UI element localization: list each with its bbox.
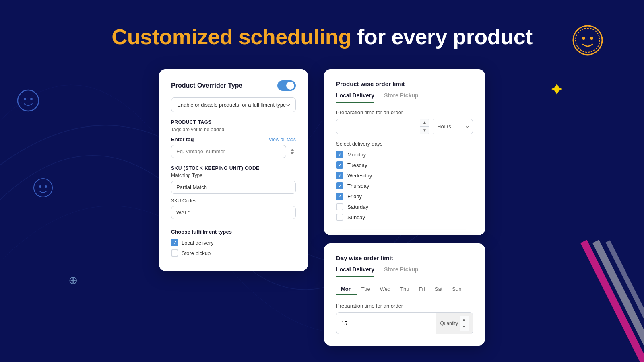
tuesday-checkbox[interactable] — [336, 161, 343, 169]
sku-codes-input[interactable] — [171, 206, 296, 219]
view-all-tags-link[interactable]: View all tags — [269, 137, 296, 142]
toggle-switch[interactable] — [277, 80, 296, 91]
day-nav-fri[interactable]: Fri — [414, 284, 430, 295]
day-nav-wed[interactable]: Wed — [375, 284, 396, 295]
matching-type-label: Matching Type — [171, 173, 296, 178]
quantity-spinner: ▲ ▼ — [460, 316, 469, 331]
day-nav-sun[interactable]: Sun — [447, 284, 466, 295]
local-delivery-checkbox[interactable] — [171, 239, 178, 246]
day-nav-thu[interactable]: Thu — [395, 284, 414, 295]
unit-select-pw[interactable]: Hours Minutes Days — [433, 119, 473, 134]
quantity-spinner-down[interactable]: ▼ — [460, 323, 469, 331]
right-column: Product wise order limit Local Delivery … — [324, 69, 485, 346]
prep-label-dw: Preparation time for an order — [336, 303, 473, 309]
day-nav-tue[interactable]: Tue — [357, 284, 375, 295]
tags-sub-label: Tags are yet to be added. — [171, 127, 296, 132]
quantity-spinner-up[interactable]: ▲ — [460, 316, 469, 323]
monday-label: Monday — [347, 152, 366, 158]
product-overrider-card: Product Overrider Type Enable or disable… — [159, 69, 308, 271]
spinner-up-pw[interactable]: ▲ — [420, 119, 429, 127]
partial-match-input[interactable] — [171, 181, 296, 194]
store-pickup-label: Store pickup — [182, 250, 211, 256]
overrider-title: Product Overrider Type — [171, 82, 243, 89]
saturday-checkbox[interactable] — [336, 203, 343, 210]
local-delivery-label: Local delivery — [182, 240, 214, 246]
friday-label: Friday — [347, 193, 362, 200]
product-wise-tabs: Local Delivery Store Pickup — [336, 92, 473, 103]
store-pickup-checkbox[interactable] — [171, 249, 178, 257]
spinner-down-pw[interactable]: ▼ — [420, 127, 429, 134]
friday-checkbox[interactable] — [336, 193, 343, 200]
sku-label: SKU (STOCK KEEPING UNIT) CODE — [171, 165, 296, 171]
store-pickup-checkbox-row: Store pickup — [171, 249, 296, 257]
day-thursday: Thursday — [336, 182, 473, 189]
day-wise-title: Day wise order limit — [336, 255, 473, 261]
day-friday: Friday — [336, 193, 473, 200]
wednesday-checkbox[interactable] — [336, 172, 343, 179]
monday-checkbox[interactable] — [336, 151, 343, 158]
saturday-label: Saturday — [347, 204, 368, 210]
tag-input-row-field — [171, 145, 296, 158]
thursday-label: Thursday — [347, 183, 369, 189]
tab-store-pickup-pw[interactable]: Store Pickup — [384, 92, 419, 103]
spinner-btns-pw: ▲ ▼ — [420, 119, 429, 134]
tab-local-delivery-dw[interactable]: Local Delivery — [336, 266, 374, 277]
sunday-label: Sunday — [347, 214, 365, 220]
prep-number-input-pw: ▲ ▼ — [336, 119, 429, 134]
headline-accent: Customized scheduling — [111, 25, 351, 49]
day-nav-mon[interactable]: Mon — [336, 284, 357, 295]
enter-tag-label: Enter tag — [171, 136, 194, 142]
day-tuesday: Tuesday — [336, 161, 473, 169]
tag-input[interactable] — [171, 145, 286, 158]
wednesday-label: Wedesday — [347, 173, 372, 179]
sku-codes-label: SKU Codes — [171, 198, 296, 204]
card-header: Product Overrider Type — [171, 80, 296, 91]
day-wednesday: Wedesday — [336, 172, 473, 179]
page-headline: Customized scheduling for every product — [111, 24, 533, 49]
tuesday-label: Tuesday — [347, 162, 367, 168]
day-nav-sat[interactable]: Sat — [430, 284, 448, 295]
quantity-label-box: Quantity ▲ ▼ — [436, 313, 473, 334]
quantity-value-input[interactable] — [336, 317, 436, 329]
prep-input-row-pw: ▲ ▼ Hours Minutes Days — [336, 119, 473, 134]
product-wise-card: Product wise order limit Local Delivery … — [324, 69, 485, 235]
thursday-checkbox[interactable] — [336, 182, 343, 189]
fulfillment-type-select[interactable]: Enable or disable products for a fulfill… — [171, 97, 296, 112]
day-saturday: Saturday — [336, 203, 473, 210]
day-wise-card: Day wise order limit Local Delivery Stor… — [324, 243, 485, 346]
tab-local-delivery-pw[interactable]: Local Delivery — [336, 92, 374, 103]
quantity-label: Quantity — [440, 321, 458, 326]
product-wise-title: Product wise order limit — [336, 80, 473, 87]
quantity-input-row: Quantity ▲ ▼ — [336, 312, 473, 334]
main-content: Customized scheduling for every product … — [0, 0, 644, 346]
day-monday: Monday — [336, 151, 473, 158]
day-nav: Mon Tue Wed Thu Fri Sat Sun — [336, 284, 473, 295]
day-wise-tabs: Local Delivery Store Pickup — [336, 266, 473, 277]
fulfillment-types-label: Choose fulfillment types — [171, 229, 296, 235]
tag-input-row: Enter tag View all tags — [171, 136, 296, 142]
product-tags-label: PRODUCT TAGS — [171, 119, 296, 125]
sunday-checkbox[interactable] — [336, 214, 343, 221]
tag-arrow-btn[interactable] — [289, 147, 296, 156]
local-delivery-checkbox-row: Local delivery — [171, 239, 296, 246]
prep-time-label-pw: Preparation time for an order — [336, 109, 473, 115]
cards-row: Product Overrider Type Enable or disable… — [0, 69, 644, 346]
day-sunday: Sunday — [336, 214, 473, 221]
prep-number-field-pw[interactable] — [336, 120, 420, 133]
tab-store-pickup-dw[interactable]: Store Pickup — [384, 266, 419, 277]
delivery-days-label: Select delivery days — [336, 141, 473, 147]
